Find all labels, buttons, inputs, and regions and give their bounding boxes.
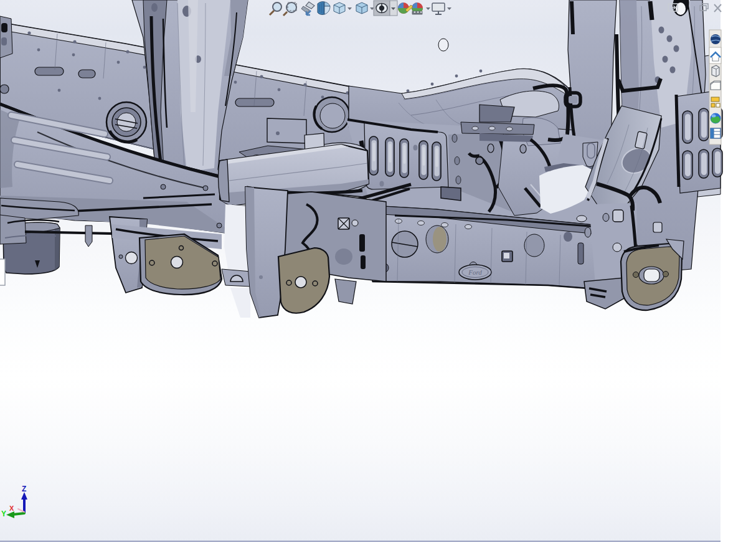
svg-text:Y: Y — [1, 509, 6, 518]
svg-text:Ford: Ford — [468, 268, 482, 276]
svg-text:X: X — [9, 505, 14, 512]
svg-text:Z: Z — [22, 485, 26, 493]
